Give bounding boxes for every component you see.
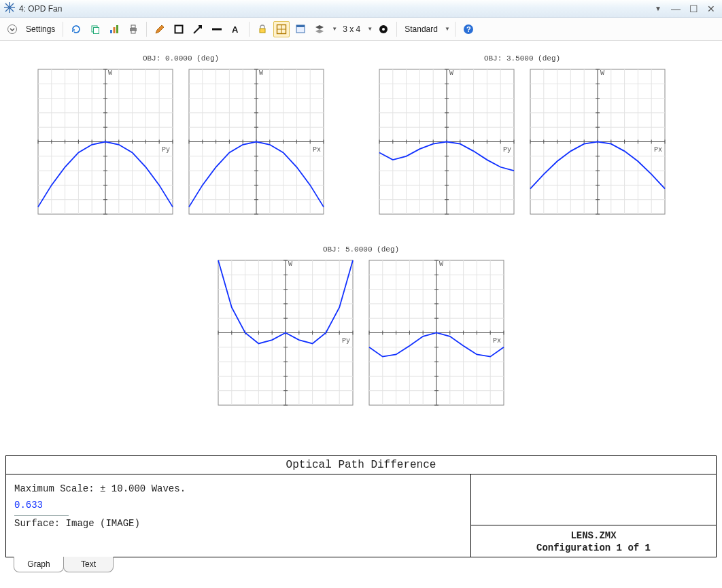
dropdown-window-icon[interactable]: ▼ [651, 5, 665, 12]
grid-layout-label: 3 x 4 [340, 24, 363, 34]
svg-line-14 [194, 26, 201, 33]
svg-text:Py: Py [342, 337, 350, 345]
svg-rect-12 [131, 31, 135, 33]
app-icon [4, 2, 15, 15]
obj-group-2: OBJ: 5.0000 (deg) WPy WPx [214, 245, 508, 409]
svg-rect-6 [94, 27, 99, 33]
svg-text:W: W [449, 69, 453, 77]
plots-area: OBJ: 0.0000 (deg) WPy WPx OBJ: 3.5000 (d… [0, 41, 722, 455]
toolbar: Settings A ▼ 3 x 4 ▼ Standa [0, 18, 722, 41]
minimize-icon[interactable]: — [669, 3, 683, 14]
expand-icon[interactable] [4, 21, 20, 37]
svg-text:?: ? [466, 25, 471, 33]
arrow-tool-icon[interactable] [190, 21, 206, 37]
svg-text:Py: Py [162, 146, 170, 154]
filename: LENS.ZMX [471, 530, 716, 542]
plot-canvas: WPy [214, 256, 357, 409]
tab-text[interactable]: Text [63, 557, 114, 572]
svg-text:Px: Px [313, 146, 321, 154]
auto-update-icon[interactable] [375, 21, 392, 37]
maximize-icon[interactable]: ☐ [687, 3, 700, 14]
pencil-icon[interactable] [152, 21, 168, 37]
plot-0-py[interactable]: WPy [34, 65, 177, 218]
obj-group-1: OBJ: 3.5000 (deg) WPy WPx [375, 54, 669, 218]
wavelength-value[interactable]: 0.633 [14, 498, 69, 516]
plot-1-py[interactable]: WPy [375, 65, 518, 218]
plot-2-px[interactable]: WPx [365, 256, 508, 409]
info-right: LENS.ZMX Configuration 1 of 1 [471, 474, 716, 557]
template-caret-icon[interactable]: ▼ [445, 26, 450, 32]
svg-text:Px: Px [654, 146, 662, 154]
close-icon[interactable]: ✕ [704, 3, 718, 14]
surface-line: Surface: Image (IMAGE) [14, 516, 462, 532]
help-icon[interactable]: ? [460, 21, 477, 37]
plot-2-py[interactable]: WPy [214, 256, 357, 409]
grid-caret-icon[interactable]: ▼ [367, 26, 373, 32]
bottom-tabs: Graph Text [0, 557, 722, 572]
obj-title-0: OBJ: 0.0000 (deg) [34, 54, 328, 63]
window-title: 4: OPD Fan [19, 4, 62, 14]
svg-text:W: W [259, 69, 263, 77]
lock-aspect-icon[interactable] [254, 21, 271, 37]
scale-line: Maximum Scale: ± 10.000 Waves. [14, 481, 462, 498]
plot-canvas: WPy [375, 65, 518, 218]
plot-canvas: WPx [365, 256, 508, 409]
svg-point-4 [8, 24, 17, 33]
text-tool-icon[interactable]: A [228, 21, 244, 37]
svg-text:W: W [108, 69, 112, 77]
tab-graph[interactable]: Graph [14, 557, 64, 572]
plot-0-px[interactable]: WPx [185, 65, 328, 218]
zoom-window-icon[interactable] [273, 21, 290, 37]
svg-rect-17 [260, 29, 265, 33]
plot-canvas: WPy [34, 65, 177, 218]
print-icon[interactable] [125, 21, 141, 37]
svg-text:W: W [288, 260, 292, 268]
svg-text:W: W [439, 260, 443, 268]
copy-icon[interactable] [87, 21, 103, 37]
layers-icon[interactable] [311, 21, 328, 37]
configuration: Configuration 1 of 1 [471, 542, 716, 554]
svg-text:Px: Px [493, 337, 501, 345]
plot-canvas: WPx [185, 65, 328, 218]
svg-point-24 [382, 28, 385, 31]
svg-text:Py: Py [503, 146, 511, 154]
obj-title-1: OBJ: 3.5000 (deg) [375, 54, 669, 63]
svg-text:A: A [232, 24, 239, 35]
svg-rect-9 [116, 25, 118, 33]
chart-icon[interactable] [106, 21, 122, 37]
svg-rect-7 [110, 30, 112, 33]
plot-canvas: WPx [526, 65, 669, 218]
obj-group-0: OBJ: 0.0000 (deg) WPy WPx [34, 54, 328, 218]
layers-caret-icon[interactable]: ▼ [332, 26, 337, 32]
svg-rect-11 [131, 25, 135, 28]
title-bar: 4: OPD Fan ▼ — ☐ ✕ [0, 0, 722, 18]
plot-1-px[interactable]: WPx [526, 65, 669, 218]
svg-rect-22 [296, 25, 305, 27]
rectangle-tool-icon[interactable] [171, 21, 187, 37]
svg-text:W: W [600, 69, 604, 77]
svg-rect-8 [114, 27, 116, 33]
refresh-icon[interactable] [68, 21, 84, 37]
obj-title-2: OBJ: 5.0000 (deg) [214, 245, 508, 254]
info-table: Optical Path Difference Maximum Scale: ±… [5, 455, 717, 557]
line-tool-icon[interactable] [209, 21, 225, 37]
template-select[interactable]: Standard [402, 24, 441, 34]
svg-rect-13 [175, 25, 183, 33]
settings-button[interactable]: Settings [23, 24, 58, 34]
info-left: Maximum Scale: ± 10.000 Waves. 0.633 Sur… [6, 474, 471, 557]
info-title: Optical Path Difference [6, 456, 716, 474]
window-options-icon[interactable] [292, 21, 309, 37]
